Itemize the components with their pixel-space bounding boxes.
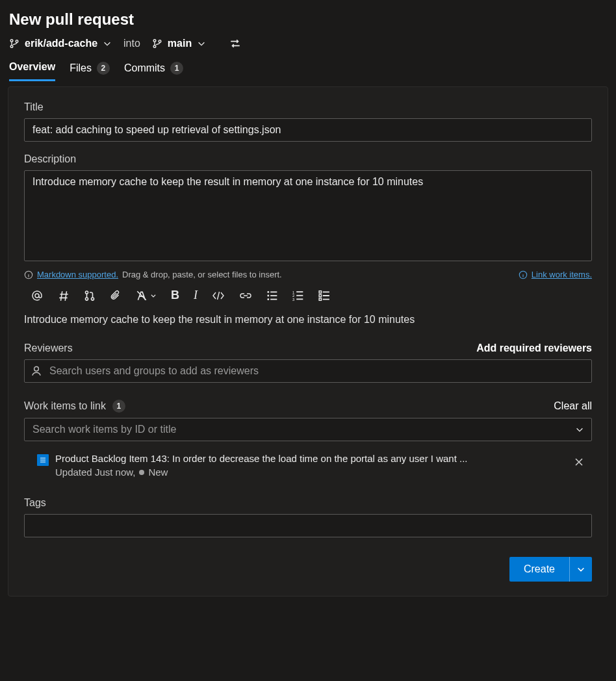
code-icon[interactable] [212,290,225,302]
work-items-count-badge: 1 [112,400,125,413]
upload-hint: Drag & drop, paste, or select files to i… [122,270,282,279]
mention-icon[interactable] [31,289,44,302]
svg-point-13 [267,294,269,296]
link-icon[interactable] [239,290,252,302]
link-work-items-link[interactable]: Link work items. [532,270,592,279]
svg-point-5 [159,40,161,43]
tab-count-badge: 1 [170,62,183,75]
svg-rect-25 [319,294,321,296]
svg-rect-16 [270,295,277,296]
page-title: New pull request [9,10,608,29]
into-label: into [123,38,140,49]
form-panel: Title Description Markdown supported. Dr… [8,86,608,597]
create-dropdown-button[interactable] [569,557,592,582]
branch-row: erik/add-cache into main [9,38,608,49]
target-branch-selector[interactable]: main [152,38,206,49]
svg-point-11 [91,298,94,300]
person-icon [31,365,42,377]
svg-point-0 [10,40,13,42]
create-split-button: Create [509,557,592,582]
pull-request-icon[interactable] [84,290,96,302]
reviewers-label: Reviewers [24,342,73,354]
svg-rect-22 [296,294,303,296]
chevron-down-icon [103,39,112,48]
work-items-input[interactable] [24,418,592,441]
swap-branches-icon[interactable] [229,38,241,49]
work-item-state: New [148,467,168,478]
svg-rect-17 [270,298,277,300]
svg-point-2 [16,40,18,43]
svg-rect-15 [270,291,277,292]
svg-rect-26 [319,298,321,300]
chevron-down-icon [576,565,585,574]
italic-icon[interactable]: I [194,289,198,302]
svg-point-27 [34,366,39,371]
svg-point-8 [35,294,39,298]
tab-label: Overview [9,61,55,73]
create-button[interactable]: Create [509,557,569,582]
hash-icon[interactable] [58,290,70,302]
remove-work-item-button[interactable] [570,453,588,471]
info-icon [519,270,528,279]
chevron-down-icon [197,39,206,48]
clear-all-link[interactable]: Clear all [554,400,592,412]
editor-toolbar: B I 123 [24,286,592,305]
branch-icon [152,38,162,49]
numbered-list-icon[interactable]: 123 [292,290,304,302]
state-dot-icon [139,470,144,475]
bullet-list-icon[interactable] [266,290,278,302]
description-label: Description [24,153,592,165]
attachment-icon[interactable] [110,290,122,302]
work-item-row: Product Backlog Item 143: In order to de… [24,450,592,480]
info-icon [24,270,33,279]
title-label: Title [24,101,592,113]
tab-label: Commits [124,62,165,74]
description-input[interactable] [24,170,592,261]
svg-point-4 [153,45,156,48]
title-input[interactable] [24,118,592,142]
svg-rect-23 [296,298,303,300]
work-items-label: Work items to link [24,400,106,412]
svg-point-9 [85,290,88,293]
description-preview: Introduce memory cache to keep the resul… [24,314,592,326]
target-branch-name: main [168,38,192,49]
svg-point-12 [267,290,269,292]
tab-label: Files [70,62,92,74]
tags-input[interactable] [24,514,592,537]
tabs: Overview Files 2 Commits 1 [9,61,608,81]
tab-overview[interactable]: Overview [9,61,55,81]
svg-point-1 [10,45,13,48]
work-item-type-icon [37,454,49,466]
clear-format-icon[interactable] [136,290,157,302]
tab-count-badge: 2 [97,62,110,75]
source-branch-selector[interactable]: erik/add-cache [9,38,112,49]
bold-icon[interactable]: B [171,289,179,302]
svg-rect-21 [296,291,303,292]
reviewers-input[interactable] [24,359,592,383]
work-item-updated: Updated Just now, [55,467,135,478]
description-hint-row: Markdown supported. Drag & drop, paste, … [24,270,592,279]
svg-point-3 [153,40,156,42]
svg-point-10 [85,298,88,300]
tags-label: Tags [24,497,592,509]
tab-files[interactable]: Files 2 [70,61,110,81]
add-required-reviewers-link[interactable]: Add required reviewers [476,342,592,354]
markdown-supported-link[interactable]: Markdown supported. [37,270,118,279]
work-item-title[interactable]: Product Backlog Item 143: In order to de… [55,453,563,464]
source-branch-name: erik/add-cache [25,38,97,49]
branch-icon [9,38,19,49]
checklist-icon[interactable] [318,290,330,302]
svg-point-14 [267,298,269,300]
svg-text:3: 3 [292,297,294,301]
svg-rect-24 [319,290,321,292]
tab-commits[interactable]: Commits 1 [124,61,183,81]
